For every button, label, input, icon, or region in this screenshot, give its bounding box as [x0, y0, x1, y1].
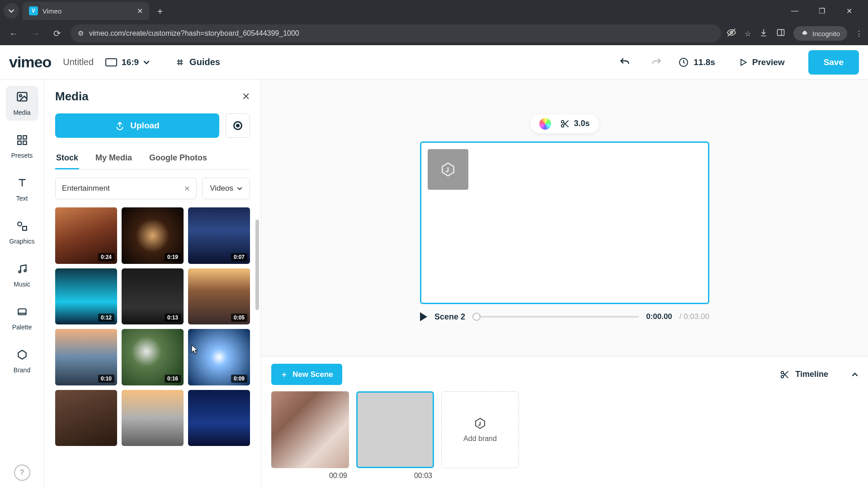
scissors-icon	[560, 119, 570, 129]
trim-value: 3.0s	[574, 119, 590, 128]
incognito-label: Incognito	[812, 30, 840, 38]
close-panel-button[interactable]: ✕	[242, 91, 250, 103]
chevron-down-icon	[237, 186, 242, 191]
progress-track[interactable]	[472, 316, 639, 318]
panel-title: Media	[55, 89, 89, 103]
stock-thumb[interactable]	[122, 390, 184, 446]
aspect-ratio-selector[interactable]: 16:9	[105, 57, 150, 67]
site-settings-icon[interactable]: ⚙	[78, 29, 84, 38]
duration-value: 11.8s	[693, 57, 715, 67]
rail-presets[interactable]: Presets	[6, 130, 38, 164]
window-controls: — ❐ ✕	[787, 7, 864, 15]
rail-text[interactable]: Text	[6, 173, 38, 206]
scene-card-2[interactable]: 00:03	[356, 391, 434, 480]
rail-media[interactable]: Media	[6, 86, 38, 121]
reload-button[interactable]: ⟳	[49, 25, 65, 42]
help-button[interactable]: ?	[14, 465, 30, 481]
stock-thumb[interactable]: 0:24	[55, 207, 117, 264]
tabs-dropdown[interactable]	[4, 3, 19, 19]
canvas[interactable]	[420, 141, 709, 304]
stock-thumb[interactable]: 0:07	[188, 207, 250, 264]
close-window-button[interactable]: ✕	[841, 7, 857, 15]
save-button[interactable]: Save	[808, 50, 859, 75]
svg-rect-13	[23, 136, 27, 139]
tab-google-photos[interactable]: Google Photos	[148, 149, 208, 169]
stock-thumb[interactable]: 0:16	[122, 329, 184, 385]
record-button[interactable]	[226, 113, 250, 138]
guides-button[interactable]: Guides	[175, 57, 220, 67]
sidepanel-icon[interactable]	[776, 28, 785, 39]
preview-button[interactable]: Preview	[727, 51, 797, 74]
stock-thumb[interactable]: 0:19	[122, 207, 184, 264]
stock-thumb[interactable]: 0:05	[188, 268, 250, 325]
scrollbar-thumb[interactable]	[255, 220, 259, 310]
stage-area: 3.0s Scene 2 0:00.00 / 0:03.00 ＋	[261, 80, 868, 488]
forward-button[interactable]: →	[27, 25, 43, 42]
new-scene-label: New Scene	[292, 370, 333, 379]
chevron-up-icon	[852, 371, 858, 378]
bookmark-star-icon[interactable]: ☆	[745, 29, 751, 38]
upload-icon	[115, 121, 125, 131]
timeline-toggle[interactable]: Timeline	[780, 370, 858, 380]
stock-thumb[interactable]: 0:12	[55, 268, 117, 325]
browser-menu-icon[interactable]: ⋮	[855, 29, 863, 38]
url-field[interactable]: ⚙ vimeo.com/create/customize?hash=storyb…	[71, 24, 721, 42]
add-brand-card[interactable]: Add brand	[441, 391, 519, 468]
save-label: Save	[824, 57, 844, 67]
tab-stock[interactable]: Stock	[55, 149, 79, 169]
stock-thumb[interactable]: 0:10	[55, 329, 117, 385]
media-panel: Media ✕ Upload Stock My Media Google Pho…	[44, 80, 261, 488]
progress-handle[interactable]	[472, 313, 481, 321]
stock-thumb[interactable]	[188, 390, 250, 446]
scene-card-1[interactable]: 00:09	[271, 391, 349, 480]
maximize-button[interactable]: ❐	[814, 7, 830, 15]
rail-graphics[interactable]: Graphics	[6, 216, 38, 249]
aspect-icon	[105, 58, 117, 66]
eye-off-icon[interactable]	[726, 28, 736, 39]
minimize-button[interactable]: —	[787, 7, 803, 15]
stock-thumb[interactable]	[55, 390, 117, 446]
grid-icon	[16, 134, 28, 149]
media-type-select[interactable]: Videos	[202, 178, 250, 199]
rail-palette[interactable]: Palette	[6, 301, 38, 335]
browser-tab[interactable]: V Vimeo ✕	[23, 2, 149, 20]
svg-rect-14	[18, 141, 21, 145]
new-tab-button[interactable]: ＋	[153, 4, 167, 18]
undo-button[interactable]	[615, 52, 635, 72]
upload-button[interactable]: Upload	[55, 113, 219, 138]
scene-label: Scene 2	[434, 312, 465, 322]
search-input-wrapper: ✕	[55, 178, 197, 199]
vimeo-logo[interactable]: vimeo	[9, 53, 51, 71]
project-title[interactable]: Untitled	[63, 57, 94, 67]
redo-button[interactable]	[646, 52, 666, 72]
stock-thumb[interactable]: 0:09	[188, 329, 250, 385]
play-button[interactable]	[420, 312, 427, 321]
rail-brand[interactable]: Brand	[6, 344, 38, 378]
url-text: vimeo.com/create/customize?hash=storyboa…	[89, 29, 299, 38]
svg-rect-20	[18, 309, 26, 315]
upload-label: Upload	[130, 121, 159, 131]
back-button[interactable]: ←	[5, 25, 22, 42]
svg-point-11	[19, 94, 22, 97]
duration-display[interactable]: 11.8s	[678, 57, 715, 68]
svg-point-18	[19, 271, 20, 272]
guides-label: Guides	[189, 57, 220, 67]
add-brand-label: Add brand	[463, 435, 497, 443]
scissors-icon	[780, 370, 790, 380]
clear-search-button[interactable]: ✕	[184, 184, 190, 193]
rail-music[interactable]: Music	[6, 258, 38, 292]
search-input[interactable]	[62, 184, 179, 193]
trim-button[interactable]: 3.0s	[560, 119, 590, 129]
tab-my-media[interactable]: My Media	[94, 149, 133, 169]
close-icon[interactable]: ✕	[137, 7, 143, 15]
incognito-badge[interactable]: Incognito	[793, 26, 847, 41]
brand-placeholder[interactable]	[428, 149, 468, 190]
new-scene-button[interactable]: ＋ New Scene	[271, 364, 342, 385]
svg-marker-22	[18, 350, 26, 359]
svg-rect-2	[778, 29, 784, 35]
stock-thumb[interactable]: 0:13	[122, 268, 184, 325]
downloads-icon[interactable]	[759, 28, 768, 39]
hash-icon	[175, 57, 185, 67]
color-picker-button[interactable]	[539, 118, 551, 130]
svg-point-16	[18, 222, 22, 226]
